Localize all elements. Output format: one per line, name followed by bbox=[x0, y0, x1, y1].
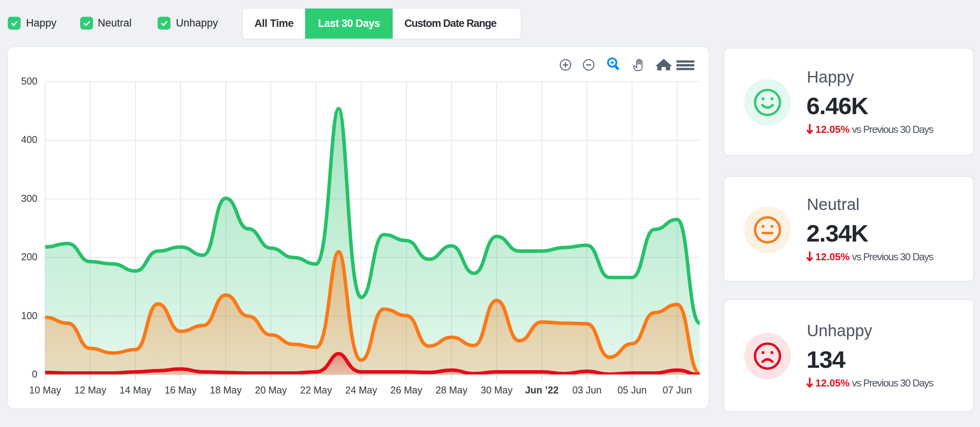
svg-text:400: 400 bbox=[21, 134, 37, 145]
svg-text:18 May: 18 May bbox=[210, 385, 242, 395]
svg-text:14 May: 14 May bbox=[119, 385, 151, 395]
svg-text:28 May: 28 May bbox=[436, 385, 467, 395]
svg-text:0: 0 bbox=[32, 369, 37, 379]
svg-text:300: 300 bbox=[21, 193, 37, 204]
svg-text:16 May: 16 May bbox=[165, 385, 197, 395]
svg-text:24 May: 24 May bbox=[345, 385, 377, 395]
svg-text:22 May: 22 May bbox=[300, 385, 332, 395]
svg-text:100: 100 bbox=[21, 310, 37, 321]
svg-text:12 May: 12 May bbox=[74, 385, 106, 395]
svg-text:26 May: 26 May bbox=[390, 385, 422, 395]
svg-text:500: 500 bbox=[21, 76, 37, 86]
svg-text:07 Jun: 07 Jun bbox=[662, 385, 692, 395]
svg-text:05 Jun: 05 Jun bbox=[617, 385, 646, 395]
svg-text:Jun ’22: Jun ’22 bbox=[525, 385, 558, 395]
svg-text:10 May: 10 May bbox=[29, 385, 61, 395]
svg-text:20 May: 20 May bbox=[255, 385, 287, 395]
svg-text:03 Jun: 03 Jun bbox=[572, 385, 601, 395]
svg-text:30 May: 30 May bbox=[481, 385, 513, 395]
svg-text:200: 200 bbox=[21, 251, 37, 262]
